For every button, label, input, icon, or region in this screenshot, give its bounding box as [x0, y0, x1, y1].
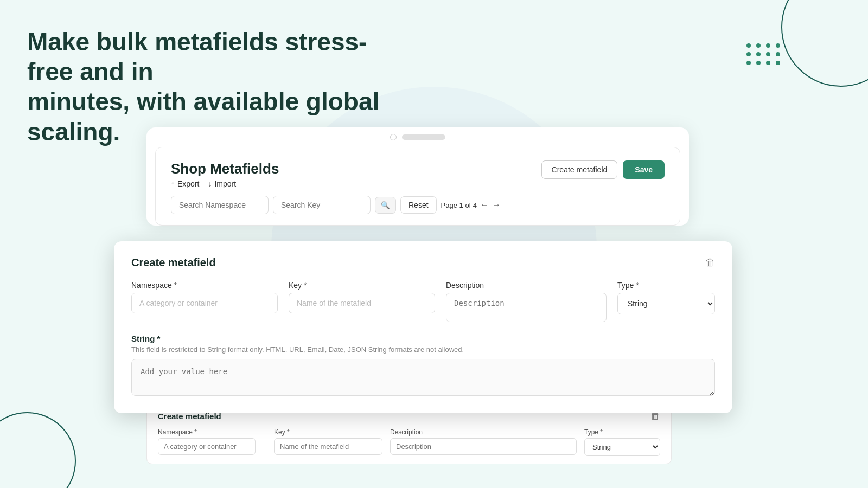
- shop-metafields-panel: Shop Metafields ↑ Export ↓ Import Create…: [155, 147, 680, 226]
- search-icon: 🔍: [381, 201, 390, 209]
- prev-page-button[interactable]: ←: [480, 200, 489, 210]
- browser-window: Shop Metafields ↑ Export ↓ Import Create…: [146, 127, 689, 226]
- search-namespace-input[interactable]: [171, 196, 269, 214]
- bg-description-input[interactable]: [390, 438, 577, 455]
- headline-line1: Make bulk metafields stress-free and in: [27, 28, 367, 86]
- key-input[interactable]: [289, 293, 435, 313]
- bg-key-label: Key *: [274, 428, 382, 436]
- namespace-input[interactable]: [131, 293, 278, 313]
- panel-title: Shop Metafields: [171, 160, 279, 177]
- export-button[interactable]: ↑ Export: [171, 179, 199, 188]
- key-label: Key *: [289, 281, 435, 290]
- browser-circle-indicator: [390, 134, 397, 140]
- dots-grid-decoration: [746, 43, 781, 65]
- string-section-label: String *: [131, 334, 715, 343]
- export-icon: ↑: [171, 179, 175, 188]
- namespace-label: Namespace *: [131, 281, 278, 290]
- modal-title: Create metafield: [131, 256, 216, 269]
- bg-description-label: Description: [390, 428, 577, 436]
- import-icon: ↓: [208, 179, 212, 188]
- modal-delete-button[interactable]: 🗑: [705, 257, 715, 268]
- bg-type-select[interactable]: String: [584, 438, 660, 456]
- create-metafield-button[interactable]: Create metafield: [541, 160, 618, 179]
- decorative-circle-bottom-left: [0, 412, 76, 488]
- browser-chrome-bar: [146, 134, 689, 147]
- string-section-description: This field is restricted to String forma…: [131, 345, 715, 354]
- pagination-info: Page 1 of 4 ← →: [441, 200, 501, 210]
- bg-type-label: Type *: [584, 428, 660, 436]
- description-input[interactable]: [446, 293, 607, 322]
- bg-namespace-input[interactable]: [158, 438, 256, 455]
- browser-url-pill: [402, 134, 445, 140]
- type-label: Type *: [617, 281, 715, 290]
- search-key-input[interactable]: [273, 196, 371, 214]
- decorative-circle-top-right: [781, 0, 868, 87]
- import-button[interactable]: ↓ Import: [208, 179, 236, 188]
- next-page-button[interactable]: →: [492, 200, 501, 210]
- type-select[interactable]: String Integer Boolean Date JSON: [617, 293, 715, 314]
- bg-namespace-label: Namespace *: [158, 428, 266, 436]
- description-label: Description: [446, 281, 607, 290]
- string-value-input[interactable]: [131, 359, 715, 396]
- bg-key-input[interactable]: [274, 438, 382, 455]
- reset-button[interactable]: Reset: [400, 196, 437, 214]
- search-button[interactable]: 🔍: [375, 197, 396, 214]
- save-button[interactable]: Save: [623, 160, 665, 179]
- create-metafield-modal: Create metafield 🗑 Namespace * Key * Des…: [114, 241, 732, 413]
